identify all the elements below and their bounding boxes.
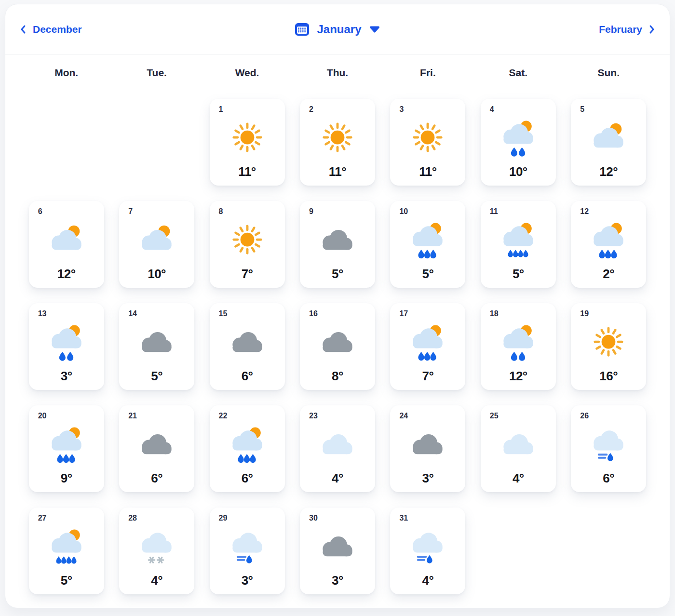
day-number: 23 (309, 412, 318, 420)
day-number: 2 (309, 105, 313, 114)
day-card-19[interactable]: 19 16° (571, 303, 646, 390)
day-card-31[interactable]: 31 4° (390, 508, 465, 594)
day-card-11[interactable]: 11 5° (481, 201, 556, 288)
weather-icon-wrap (585, 423, 632, 467)
day-card-30[interactable]: 30 3° (300, 508, 375, 594)
day-temperature: 3° (390, 471, 465, 486)
day-temperature: 3° (300, 573, 375, 588)
weather-icon-rain (43, 423, 90, 467)
day-temperature: 11° (210, 164, 285, 179)
weekday-label-tue: Tue. (111, 67, 202, 79)
day-temperature: 4° (119, 573, 194, 588)
day-temperature: 3° (210, 573, 285, 588)
weather-icon-drizzle (224, 525, 270, 569)
day-card-1[interactable]: 1 11° (210, 99, 285, 186)
day-card-29[interactable]: 29 3° (210, 508, 285, 594)
weather-icon-overcast (314, 525, 361, 569)
weather-icon-wrap (224, 525, 270, 569)
day-card-12[interactable]: 12 2° (571, 201, 646, 288)
day-card-28[interactable]: 28 4° (119, 508, 194, 594)
weather-icon-wrap (495, 218, 541, 263)
weather-icon-wrap (43, 423, 90, 467)
weekday-label-wed: Wed. (202, 67, 292, 79)
day-temperature: 5° (29, 573, 104, 588)
day-card-18[interactable]: 18 12° (481, 303, 556, 390)
day-temperature: 7° (210, 267, 285, 281)
day-temperature: 6° (571, 471, 646, 486)
day-card-13[interactable]: 13 3° (29, 303, 104, 390)
day-card-3[interactable]: 3 11° (390, 99, 465, 186)
next-month-button[interactable]: February (599, 24, 655, 35)
day-card-2[interactable]: 2 11° (300, 99, 375, 186)
weather-icon-wrap (43, 525, 90, 569)
weather-icon-wrap (585, 321, 632, 365)
current-month-label: January (317, 23, 361, 36)
day-temperature: 4° (481, 471, 556, 486)
day-card-7[interactable]: 7 10° (119, 201, 194, 288)
weather-icon-wrap (314, 321, 361, 365)
weather-icon-sunny (314, 116, 361, 161)
weather-icon-sunny (224, 218, 270, 263)
weather-icon-wrap (314, 116, 361, 161)
day-card-6[interactable]: 6 12° (29, 201, 104, 288)
weather-icon-wrap (134, 218, 180, 263)
weather-icon-overcast (224, 321, 270, 365)
day-number: 13 (38, 309, 47, 318)
day-number: 6 (38, 207, 42, 216)
weather-icon-partly-cloudy (43, 218, 90, 263)
day-card-17[interactable]: 17 7° (390, 303, 465, 390)
weather-icon-snow (134, 525, 180, 569)
calendar-header: December January February (5, 4, 670, 54)
weather-icon-partly-cloudy (585, 116, 632, 161)
weather-icon-partly-cloudy (134, 218, 180, 263)
day-card-10[interactable]: 10 5° (390, 201, 465, 288)
day-card-8[interactable]: 8 7° (210, 201, 285, 288)
day-temperature: 5° (119, 369, 194, 384)
weather-icon-rain-heavy (495, 218, 541, 263)
prev-month-button[interactable]: December (20, 24, 82, 35)
day-number: 25 (490, 412, 499, 420)
day-card-25[interactable]: 25 4° (481, 405, 556, 492)
day-card-15[interactable]: 15 6° (210, 303, 285, 390)
day-card-26[interactable]: 26 6° (571, 405, 646, 492)
weather-icon-overcast (314, 321, 361, 365)
weather-icon-sunny (585, 321, 632, 365)
weather-icon-wrap (405, 218, 451, 263)
day-temperature: 4° (390, 573, 465, 588)
day-card-23[interactable]: 23 4° (300, 405, 375, 492)
day-temperature: 12° (29, 267, 104, 281)
day-number: 10 (399, 207, 408, 216)
day-card-4[interactable]: 4 10° (481, 99, 556, 186)
day-card-20[interactable]: 20 9° (29, 405, 104, 492)
weekday-label-fri: Fri. (383, 67, 473, 79)
month-selector[interactable]: January (295, 22, 380, 36)
weather-icon-overcast (405, 423, 451, 467)
day-card-22[interactable]: 22 6° (210, 405, 285, 492)
day-number: 3 (399, 105, 404, 114)
day-temperature: 2° (571, 267, 646, 281)
weather-icon-rain-light (495, 116, 541, 161)
day-temperature: 11° (390, 164, 465, 179)
day-number: 4 (490, 105, 494, 114)
next-month-label: February (599, 24, 642, 35)
day-card-5[interactable]: 5 12° (571, 99, 646, 186)
day-card-21[interactable]: 21 6° (119, 405, 194, 492)
day-number: 11 (490, 207, 498, 216)
day-card-27[interactable]: 27 5° (29, 508, 104, 594)
day-card-16[interactable]: 16 8° (300, 303, 375, 390)
day-card-24[interactable]: 24 3° (390, 405, 465, 492)
weather-icon-overcast (134, 321, 180, 365)
day-number: 26 (580, 412, 589, 420)
weather-icon-wrap (495, 423, 541, 467)
weather-icon-rain-heavy (43, 525, 90, 569)
day-card-9[interactable]: 9 5° (300, 201, 375, 288)
day-number: 19 (580, 309, 589, 318)
prev-month-label: December (33, 24, 82, 35)
day-temperature: 5° (300, 267, 375, 281)
weather-icon-drizzle (405, 525, 451, 569)
day-card-14[interactable]: 14 5° (119, 303, 194, 390)
weather-icon-cloudy (314, 423, 361, 467)
weather-icon-rain (405, 321, 451, 365)
day-grid: 1 11° 2 11° 3 11° 4 10° 5 12° 6 12° 7 10… (5, 99, 670, 594)
day-temperature: 6° (210, 369, 285, 384)
